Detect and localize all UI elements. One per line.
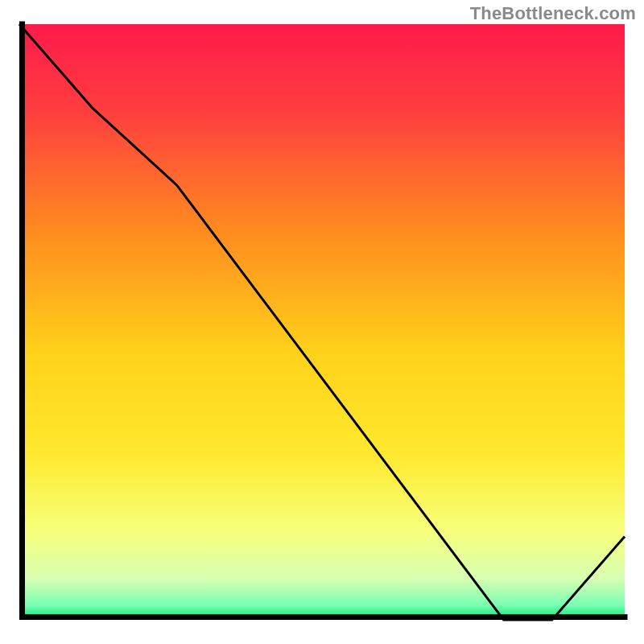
svg-rect-0 <box>19 24 625 620</box>
watermark-text: TheBottleneck.com <box>470 3 636 24</box>
bottleneck-chart <box>0 0 644 644</box>
chart-container: TheBottleneck.com <box>0 0 644 644</box>
